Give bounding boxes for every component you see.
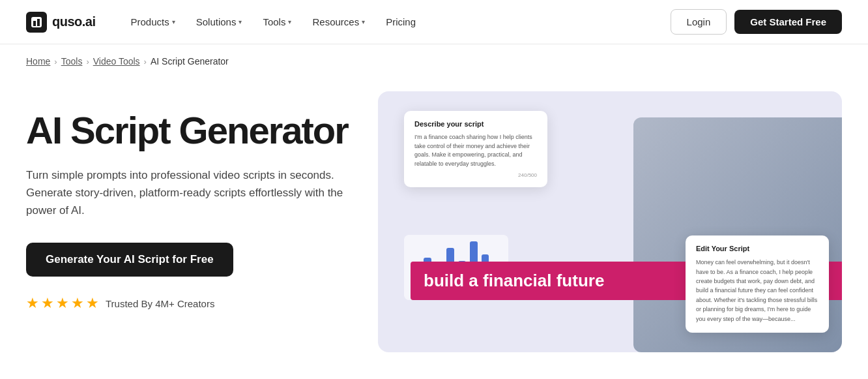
breadcrumb-sep-1: ›	[54, 57, 57, 67]
nav-right: Login Get Started Free	[671, 9, 842, 35]
star-2: ★	[41, 295, 54, 312]
svg-rect-0	[31, 17, 42, 27]
logo-icon	[26, 12, 47, 33]
chevron-down-icon: ▾	[239, 18, 242, 25]
describe-card-title: Describe your script	[414, 120, 537, 128]
get-started-button[interactable]: Get Started Free	[734, 10, 842, 34]
svg-rect-1	[33, 21, 36, 26]
breadcrumb: Home › Tools › Video Tools › AI Script G…	[0, 44, 868, 78]
hero-illustration: Describe your script I'm a finance coach…	[378, 91, 842, 352]
nav-links: Products ▾ Solutions ▾ Tools ▾ Resources…	[122, 11, 426, 33]
chevron-down-icon: ▾	[288, 18, 291, 25]
nav-item-solutions[interactable]: Solutions ▾	[187, 11, 252, 33]
star-5: ★	[86, 295, 99, 312]
chevron-down-icon: ▾	[362, 18, 365, 25]
svg-rect-2	[37, 19, 40, 26]
breadcrumb-video-tools[interactable]: Video Tools	[93, 56, 140, 67]
generate-script-button[interactable]: Generate Your AI Script for Free	[26, 243, 233, 277]
describe-card: Describe your script I'm a finance coach…	[404, 111, 547, 187]
breadcrumb-home[interactable]: Home	[26, 56, 50, 67]
breadcrumb-current: AI Script Generator	[151, 56, 229, 67]
chevron-down-icon: ▾	[172, 18, 175, 25]
nav-item-pricing[interactable]: Pricing	[377, 11, 425, 33]
nav-item-resources[interactable]: Resources ▾	[303, 11, 374, 33]
hero-section: AI Script Generator Turn simple prompts …	[0, 78, 868, 378]
star-rating: ★ ★ ★ ★ ★	[26, 295, 99, 312]
star-1: ★	[26, 295, 39, 312]
hero-left: AI Script Generator Turn simple prompts …	[26, 91, 352, 312]
star-3: ★	[56, 295, 69, 312]
edit-card-text: Money can feel overwhelming, but it does…	[696, 258, 818, 324]
logo-text: quso.ai	[52, 14, 96, 29]
nav-item-products[interactable]: Products ▾	[122, 11, 184, 33]
edit-card: Edit Your Script Money can feel overwhel…	[686, 235, 829, 333]
breadcrumb-sep-3: ›	[144, 57, 147, 67]
describe-card-text: I'm a finance coach sharing how I help c…	[414, 133, 537, 168]
edit-card-title: Edit Your Script	[696, 245, 818, 252]
login-button[interactable]: Login	[671, 9, 727, 35]
nav-item-tools[interactable]: Tools ▾	[253, 11, 300, 33]
breadcrumb-tools[interactable]: Tools	[61, 56, 83, 67]
nav-left: quso.ai Products ▾ Solutions ▾ Tools ▾ R…	[26, 11, 425, 33]
describe-card-counter: 240/500	[414, 172, 537, 178]
navbar: quso.ai Products ▾ Solutions ▾ Tools ▾ R…	[0, 0, 868, 44]
social-proof: ★ ★ ★ ★ ★ Trusted By 4M+ Creators	[26, 295, 352, 312]
breadcrumb-sep-2: ›	[86, 57, 89, 67]
hero-subtitle: Turn simple prompts into professional vi…	[26, 166, 352, 220]
logo[interactable]: quso.ai	[26, 12, 96, 33]
star-4: ★	[71, 295, 84, 312]
hero-title: AI Script Generator	[26, 111, 352, 151]
social-proof-text: Trusted By 4M+ Creators	[106, 298, 214, 309]
